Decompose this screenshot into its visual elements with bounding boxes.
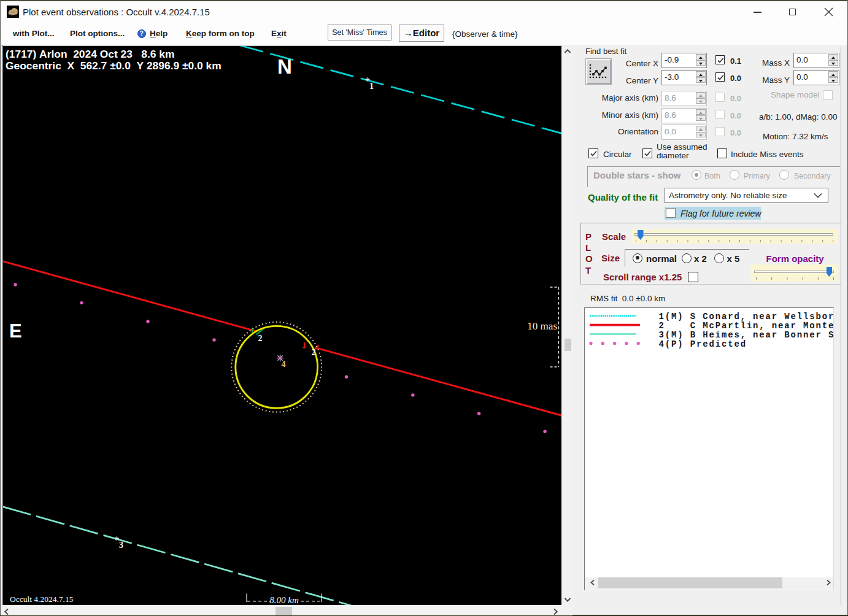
svg-text:10 mas: 10 mas [527,320,557,332]
svg-text:Occult 4.2024.7.15: Occult 4.2024.7.15 [10,595,74,604]
svg-text:4: 4 [282,360,286,369]
svg-text:N: N [277,55,292,78]
svg-text:1: 1 [369,82,374,91]
svg-text:3: 3 [119,541,123,550]
svg-text:2: 2 [312,348,316,357]
svg-text:2: 2 [258,334,263,343]
svg-text:E: E [9,320,22,342]
svg-text:(1717) Arlon 2024 Oct 23 8.: (1717) Arlon 2024 Oct 23 8.6 km [6,48,175,60]
svg-text:Geocentric X 562.7 ±0.0 Y 2: Geocentric X 562.7 ±0.0 Y 2896.9 ±0.0 km [6,60,222,72]
svg-text:8.00 km: 8.00 km [269,595,299,605]
